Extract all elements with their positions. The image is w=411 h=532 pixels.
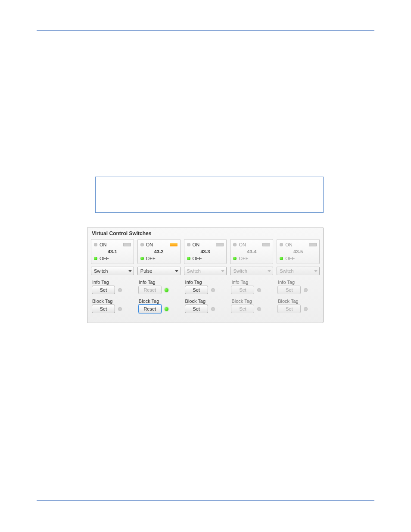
on-label: ON <box>285 242 293 247</box>
on-label: ON <box>239 242 246 247</box>
tally-indicator <box>123 243 131 246</box>
tally-indicator <box>216 243 224 246</box>
info-tag-block: Info TagSet <box>184 280 227 294</box>
chevron-down-icon <box>268 270 271 272</box>
switch-id-label: 43-1 <box>94 248 131 255</box>
block-tag-label: Block Tag <box>185 299 227 304</box>
switch-off-row: OFF <box>94 255 131 262</box>
block-tag-label: Block Tag <box>92 299 134 304</box>
on-indicator-dot <box>94 243 97 246</box>
bottom-rule <box>37 500 374 501</box>
empty-table-body <box>95 191 324 213</box>
info-tag-label: Info Tag <box>278 280 320 285</box>
tally-indicator <box>170 243 177 246</box>
info-tag-indicator <box>257 288 261 292</box>
tally-indicator <box>262 243 270 246</box>
off-indicator-dot <box>187 257 190 260</box>
info-tag-button[interactable]: Set <box>185 286 208 294</box>
chevron-down-icon <box>175 270 178 272</box>
switch-id-label: 43-5 <box>280 248 317 255</box>
on-indicator-dot <box>280 243 283 246</box>
block-tag-label: Block Tag <box>278 299 320 304</box>
chevron-down-icon <box>314 270 318 272</box>
on-indicator-dot <box>233 243 237 246</box>
block-tag-indicator <box>165 307 168 311</box>
on-indicator-dot <box>187 243 190 246</box>
block-tag-label: Block Tag <box>139 299 181 304</box>
switch-column-43-1: ON43-1OFFSwitchInfo TagSetBlock TagSet <box>91 239 134 313</box>
info-tag-button[interactable]: Set <box>92 286 115 294</box>
info-tag-label: Info Tag <box>231 280 273 285</box>
block-tag-button: Set <box>231 305 254 313</box>
info-tag-indicator <box>118 288 122 292</box>
mode-dropdown-label: Switch <box>94 268 108 274</box>
block-tag-block: Block TagSet <box>184 299 227 313</box>
info-tag-block: Info TagReset <box>137 280 181 294</box>
block-tag-block: Block TagSet <box>277 299 320 313</box>
switch-on-row: ON <box>94 241 131 248</box>
info-tag-indicator <box>211 288 215 292</box>
switch-box-43-4: ON43-4OFF <box>230 239 273 264</box>
mode-dropdown: Switch <box>184 267 227 275</box>
switch-off-row: OFF <box>280 255 317 262</box>
on-label: ON <box>100 242 107 247</box>
empty-table-header <box>95 177 324 191</box>
switch-column-43-5: ON43-5OFFSwitchInfo TagSetBlock TagSet <box>277 239 320 313</box>
info-tag-indicator <box>304 288 308 292</box>
on-label: ON <box>146 242 153 247</box>
chevron-down-icon <box>128 270 132 272</box>
off-indicator-dot <box>140 257 144 260</box>
switch-id-label: 43-3 <box>187 248 224 255</box>
on-indicator-dot <box>140 243 144 246</box>
info-tag-label: Info Tag <box>185 280 227 285</box>
tally-indicator <box>309 243 317 246</box>
switch-off-row: OFF <box>233 255 270 262</box>
on-label: ON <box>193 242 200 247</box>
mode-dropdown[interactable]: Pulse <box>137 267 181 275</box>
info-tag-block: Info TagSet <box>91 280 134 294</box>
info-tag-indicator <box>165 288 168 292</box>
block-tag-indicator <box>118 307 122 311</box>
block-tag-label: Block Tag <box>231 299 273 304</box>
switch-off-row: OFF <box>140 255 177 262</box>
mode-dropdown[interactable]: Switch <box>91 267 134 275</box>
block-tag-button[interactable]: Set <box>185 305 208 313</box>
switch-id-label: 43-2 <box>140 248 177 255</box>
off-indicator-dot <box>280 257 283 260</box>
off-label: OFF <box>239 256 248 261</box>
block-tag-indicator <box>304 307 308 311</box>
off-label: OFF <box>193 256 202 261</box>
panel-title: Virtual Control Switches <box>92 230 320 236</box>
block-tag-button[interactable]: Set <box>92 305 115 313</box>
off-indicator-dot <box>233 257 237 260</box>
switch-off-row: OFF <box>187 255 224 262</box>
block-tag-block: Block TagSet <box>91 299 134 313</box>
off-label: OFF <box>100 256 109 261</box>
empty-table <box>95 177 324 213</box>
block-tag-indicator <box>211 307 215 311</box>
switch-box-43-5: ON43-5OFF <box>277 239 320 264</box>
info-tag-block: Info TagSet <box>230 280 273 294</box>
info-tag-label: Info Tag <box>139 280 181 285</box>
mode-dropdown-label: Switch <box>280 268 293 274</box>
block-tag-block: Block TagReset <box>137 299 181 313</box>
switch-box-43-2: ON43-2OFF <box>137 239 181 264</box>
block-tag-button[interactable]: Reset <box>138 305 162 313</box>
switch-on-row: ON <box>140 241 177 248</box>
switch-on-row: ON <box>233 241 270 248</box>
block-tag-indicator <box>257 307 261 311</box>
switch-column-43-3: ON43-3OFFSwitchInfo TagSetBlock TagSet <box>184 239 227 313</box>
info-tag-button: Reset <box>138 286 162 294</box>
switch-column-43-4: ON43-4OFFSwitchInfo TagSetBlock TagSet <box>230 239 273 313</box>
switch-box-43-1: ON43-1OFF <box>91 239 134 264</box>
off-label: OFF <box>146 256 156 261</box>
switch-on-row: ON <box>280 241 317 248</box>
off-indicator-dot <box>94 257 97 260</box>
info-tag-label: Info Tag <box>92 280 134 285</box>
switch-id-label: 43-4 <box>233 248 270 255</box>
mode-dropdown-label: Switch <box>233 268 247 274</box>
mode-dropdown: Switch <box>230 267 273 275</box>
info-tag-button: Set <box>231 286 254 294</box>
mode-dropdown: Switch <box>277 267 320 275</box>
info-tag-button: Set <box>277 286 301 294</box>
